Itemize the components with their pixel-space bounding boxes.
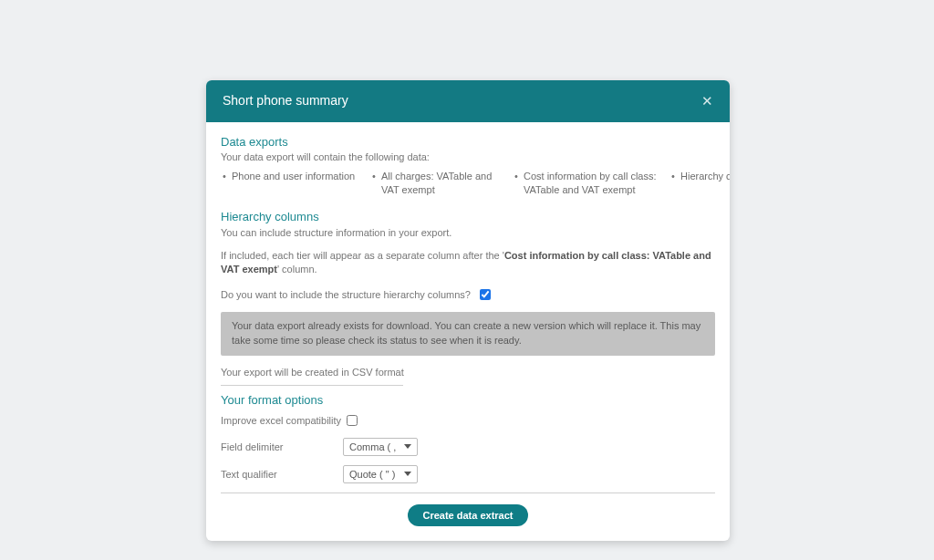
data-exports-lead: Your data export will contain the follow…	[221, 151, 715, 162]
create-data-extract-button[interactable]: Create data extract	[408, 504, 527, 526]
text-qualifier-select[interactable]: Quote ( " )	[343, 465, 418, 483]
modal-body: Data exports Your data export will conta…	[206, 122, 730, 541]
hierarchy-question: Do you want to include the structure hie…	[221, 289, 471, 300]
data-exports-list: Phone and user information All charges: …	[221, 170, 715, 197]
divider	[221, 385, 403, 386]
field-delimiter-label: Field delimiter	[221, 441, 343, 452]
list-item: Hierarchy columns	[669, 170, 730, 197]
close-icon[interactable]: ✕	[701, 94, 713, 108]
data-exports-heading: Data exports	[221, 135, 715, 149]
row-excel-compat: Improve excel compatibility	[221, 412, 715, 429]
hierarchy-p2-pre: If included, each tier will appear as a …	[221, 250, 504, 261]
row-field-delimiter: Field delimiter Comma ( , )	[221, 438, 715, 456]
text-qualifier-label: Text qualifier	[221, 469, 343, 480]
modal-title: Short phone summary	[223, 93, 348, 108]
hierarchy-include-checkbox[interactable]	[480, 289, 491, 300]
hierarchy-desc-1: You can include structure information in…	[221, 226, 715, 240]
row-text-qualifier: Text qualifier Quote ( " )	[221, 465, 715, 483]
list-item: Cost information by call class: VATable …	[513, 170, 669, 197]
hierarchy-p2-post: ' column.	[277, 264, 317, 275]
modal-header: Short phone summary ✕	[206, 80, 730, 122]
excel-compat-checkbox[interactable]	[347, 415, 358, 426]
modal-footer: Create data extract	[221, 493, 715, 541]
csv-format-note: Your export will be created in CSV forma…	[221, 367, 715, 378]
hierarchy-heading: Hierarchy columns	[221, 210, 715, 223]
format-options-heading: Your format options	[221, 393, 715, 407]
info-banner: Your data export already exists for down…	[221, 312, 715, 356]
hierarchy-desc-2: If included, each tier will appear as a …	[221, 249, 715, 277]
field-delimiter-select[interactable]: Comma ( , )	[343, 438, 418, 456]
excel-compat-label: Improve excel compatibility	[221, 415, 343, 426]
export-modal: Short phone summary ✕ Data exports Your …	[206, 80, 730, 541]
list-item: Phone and user information	[221, 170, 370, 197]
list-item: All charges: VATable and VAT exempt	[370, 170, 513, 197]
